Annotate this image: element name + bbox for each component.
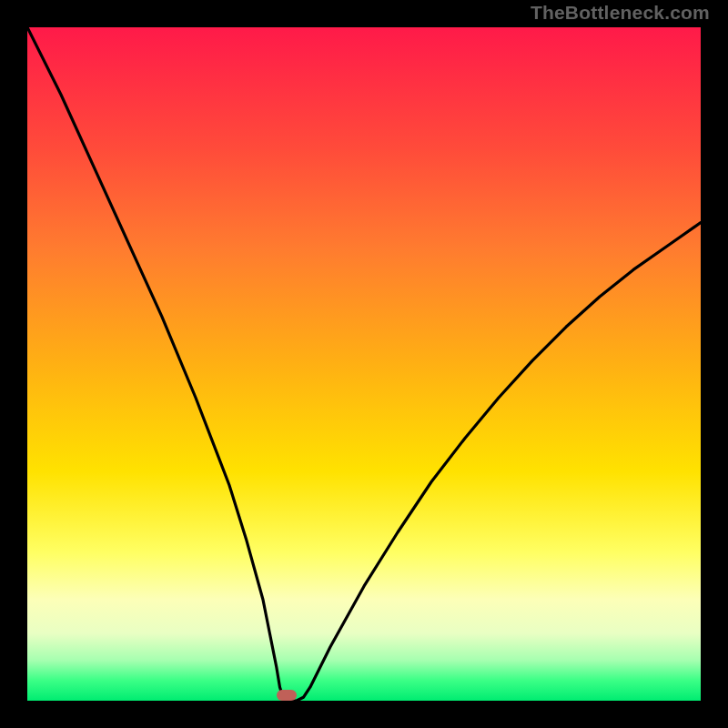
curve-path bbox=[27, 27, 701, 701]
bottleneck-curve bbox=[27, 27, 701, 701]
plot-area bbox=[27, 27, 701, 701]
attribution-text: TheBottleneck.com bbox=[531, 2, 710, 24]
optimal-point-marker bbox=[277, 690, 297, 701]
chart-frame: TheBottleneck.com bbox=[0, 0, 728, 728]
